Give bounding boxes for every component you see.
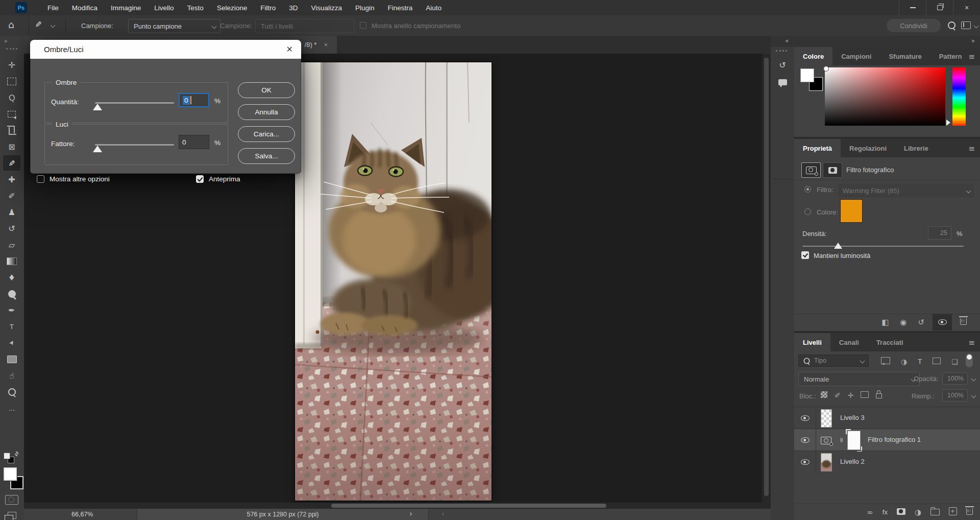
mask-icon-button[interactable]: [823, 162, 842, 178]
chevron-down-icon[interactable]: [51, 23, 56, 28]
link-layers-button[interactable]: ∞: [867, 508, 873, 517]
layer-visibility-cell[interactable]: [794, 451, 816, 473]
new-adjustment-button[interactable]: ◑: [915, 508, 921, 517]
new-group-button[interactable]: [930, 507, 940, 517]
preview-checkbox[interactable]: [196, 175, 204, 183]
share-button[interactable]: Condividi: [887, 19, 941, 32]
preserve-luminosity-checkbox[interactable]: [801, 251, 809, 259]
tab-pattern[interactable]: Pattern: [930, 47, 971, 65]
status-chevron-right-icon[interactable]: ›: [409, 509, 412, 518]
color-picker-marker[interactable]: [823, 66, 829, 72]
layer-name[interactable]: Livello 3: [840, 414, 865, 421]
vertical-scrollbar[interactable]: [762, 54, 771, 509]
save-button[interactable]: Salva...: [238, 148, 295, 164]
load-button[interactable]: Carica...: [238, 126, 295, 142]
visibility-toggle-link-button[interactable]: ◉: [900, 318, 906, 327]
layer-visibility-cell[interactable]: [794, 407, 816, 429]
shape-layer-filter-button[interactable]: [933, 358, 941, 366]
history-panel-button[interactable]: ↺: [775, 57, 790, 73]
lock-pixels-button[interactable]: ✐: [835, 391, 841, 399]
ok-button[interactable]: OK: [238, 82, 295, 98]
menu-visualizza[interactable]: Visualizza: [304, 0, 349, 15]
tool-lasso[interactable]: Ϙ: [3, 90, 20, 105]
menu-testo[interactable]: Testo: [181, 0, 210, 15]
eyedropper-tool-icon[interactable]: ✎: [33, 21, 43, 28]
menu-finestra[interactable]: Finestra: [381, 0, 420, 15]
panel-menu-icon[interactable]: ≡: [968, 52, 975, 61]
tool-move[interactable]: ✛: [3, 57, 20, 73]
density-slider-thumb[interactable]: [834, 243, 842, 249]
tool-gradient[interactable]: [3, 253, 20, 269]
lock-position-button[interactable]: ✛: [848, 391, 854, 399]
smart-object-filter-button[interactable]: ❏: [951, 358, 958, 366]
comment-panel-button[interactable]: [775, 75, 790, 90]
menu-modifica[interactable]: Modifica: [65, 0, 104, 15]
tab-livelli[interactable]: Livelli: [794, 333, 830, 351]
menu-selezione[interactable]: Selezione: [210, 0, 254, 15]
tool-frame[interactable]: ⊠: [3, 139, 20, 154]
menu-filtro[interactable]: Filtro: [254, 0, 282, 15]
zoom-level[interactable]: 66,67%: [71, 511, 93, 518]
expand-toolbar-icon[interactable]: »: [4, 38, 7, 44]
dialog-titlebar[interactable]: Ombre/Luci ✕: [30, 40, 301, 59]
shadows-amount-slider[interactable]: [95, 102, 174, 104]
panel-grip[interactable]: [776, 50, 787, 52]
highlights-amount-field[interactable]: 0: [179, 135, 209, 149]
filter-color-swatch[interactable]: [840, 199, 863, 223]
menu-file[interactable]: File: [41, 0, 65, 15]
vertical-scrollbar-thumb[interactable]: [764, 58, 769, 496]
restore-button[interactable]: [926, 0, 953, 15]
quick-mask-icon[interactable]: [5, 495, 18, 505]
density-slider[interactable]: [802, 246, 964, 247]
foreground-color-swatch[interactable]: [4, 467, 17, 481]
reset-button[interactable]: ↺: [918, 318, 924, 327]
highlights-amount-slider[interactable]: [95, 144, 174, 146]
collapse-panels-left-icon[interactable]: «: [785, 37, 789, 44]
minimize-button[interactable]: [899, 0, 926, 15]
tool-crop[interactable]: [3, 123, 20, 138]
tool-history-brush[interactable]: ↺: [3, 221, 20, 236]
blend-mode-dropdown[interactable]: Normale: [798, 372, 920, 386]
tool-zoom[interactable]: [3, 384, 20, 399]
tab-regolazioni[interactable]: Regolazioni: [841, 139, 895, 157]
horizontal-scrollbar-thumb[interactable]: [331, 504, 606, 508]
canvas-image-cat-photo[interactable]: [295, 62, 492, 501]
horizontal-scrollbar[interactable]: [24, 503, 762, 509]
layer-filter-toggle[interactable]: [966, 353, 973, 367]
tab-colore[interactable]: Colore: [794, 47, 832, 65]
shadows-amount-field[interactable]: 0: [179, 93, 209, 107]
tool-hand[interactable]: ☝: [3, 368, 20, 383]
menu-3d[interactable]: 3D: [282, 0, 304, 15]
tool-object-selection[interactable]: [3, 106, 20, 122]
lock-artboard-button[interactable]: [861, 391, 869, 399]
menu-livello[interactable]: Livello: [148, 0, 180, 15]
status-chevron-left-icon[interactable]: ‹: [442, 509, 445, 518]
show-more-options-checkbox[interactable]: [37, 175, 44, 183]
layer-thumbnail[interactable]: [821, 409, 832, 428]
tool-dodge[interactable]: [3, 286, 20, 301]
tab-tracciati[interactable]: Tracciati: [868, 333, 912, 351]
cancel-button[interactable]: Annulla: [238, 104, 295, 120]
tab-sfumature[interactable]: Sfumature: [880, 47, 930, 65]
hue-slider[interactable]: [952, 67, 966, 126]
layer-style-button[interactable]: fx: [883, 508, 888, 516]
highlights-slider-thumb[interactable]: [93, 146, 102, 152]
tool-eyedropper[interactable]: ✎: [3, 155, 20, 171]
type-layer-filter-button[interactable]: T: [918, 358, 922, 365]
tool-shape[interactable]: [3, 351, 20, 367]
shadows-slider-thumb[interactable]: [93, 104, 102, 110]
tab-canali[interactable]: Canali: [830, 333, 868, 351]
tool-rectangular-marquee[interactable]: [3, 74, 20, 89]
clip-to-layer-button[interactable]: ◧: [881, 318, 889, 327]
tool-blur[interactable]: ♦: [3, 270, 20, 285]
lock-transparency-button[interactable]: [821, 391, 827, 399]
tool-more-tools[interactable]: …: [3, 400, 20, 416]
layer-filter-search[interactable]: Tipo: [798, 354, 869, 367]
new-layer-button[interactable]: [949, 507, 957, 517]
workspace-icon[interactable]: [961, 21, 971, 29]
tool-pen[interactable]: ✒: [3, 302, 20, 318]
toolbar-grip[interactable]: [6, 48, 17, 50]
saturation-picker[interactable]: [825, 67, 945, 126]
layer-visibility-cell[interactable]: [794, 429, 816, 451]
panel-menu-icon[interactable]: ≡: [968, 144, 975, 153]
